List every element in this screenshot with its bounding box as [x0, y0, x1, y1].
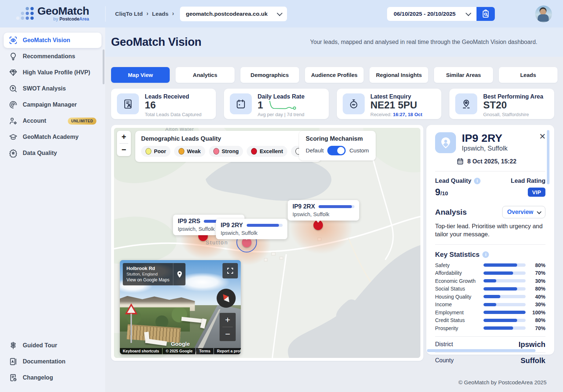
- logo[interactable]: GeoMatch by PostcodeArea: [0, 5, 105, 22]
- strong-dot-icon: [213, 148, 219, 155]
- google-maps-pin-icon[interactable]: [173, 263, 185, 285]
- legend-chip-poor[interactable]: Poor: [141, 146, 170, 157]
- keyboard-shortcuts-link[interactable]: Keyboard shortcuts: [120, 348, 162, 354]
- google-logo: Google: [171, 341, 190, 347]
- lead-place: Ipswich, Suffolk: [462, 145, 508, 152]
- info-icon[interactable]: i: [474, 178, 481, 184]
- map-legend: Demographic Leads Quality Poor Weak Stro…: [135, 131, 321, 162]
- analysis-mode-select[interactable]: Overview: [502, 206, 545, 218]
- panel-horizontal-scrollbar[interactable]: [427, 349, 536, 352]
- report-problem-link[interactable]: Report a problem: [214, 348, 241, 354]
- stat-label: Best Performing Area: [483, 93, 543, 100]
- breadcrumb-section[interactable]: Leads: [152, 11, 169, 17]
- street-view-zoom-out[interactable]: −: [220, 327, 236, 341]
- map-marker-ip9-2rx[interactable]: [313, 220, 323, 230]
- compass-control[interactable]: [217, 289, 236, 308]
- legend-chip-excellent[interactable]: Excellent: [247, 146, 287, 157]
- stat-row-prosperity: Prosperity70%: [435, 325, 545, 331]
- sidebar-item-campaign-manager[interactable]: Campaign Manager: [4, 97, 102, 112]
- fullscreen-icon: [227, 267, 233, 274]
- leads-document-icon: [122, 99, 133, 110]
- marker-tooltip-ip9-2ry[interactable]: IP9 2RY Ipswich, Suffolk: [216, 219, 287, 239]
- lead-datetime: 8 Oct 2025, 15:22: [456, 158, 545, 165]
- chevron-right-icon: ›: [146, 10, 148, 17]
- sidebar-item-recommendations[interactable]: Recommendations: [4, 49, 102, 64]
- fullscreen-button[interactable]: [222, 263, 238, 278]
- view-on-google-maps-link[interactable]: View on Google Maps: [126, 277, 169, 282]
- breadcrumb-company[interactable]: CliqTo Ltd: [115, 11, 143, 17]
- lead-rating-label: Lead Rating: [511, 177, 545, 184]
- sidebar-item-data-quality[interactable]: Data Quality: [4, 145, 102, 161]
- magnifier-cursor-icon: [9, 84, 18, 93]
- unlimited-badge: UNLIMITED: [68, 118, 96, 125]
- stat-row-affordability: Affordability70%: [435, 270, 545, 276]
- page-subtitle: Your leads, mapped and analysed in real …: [310, 39, 537, 45]
- date-range-control: 06/10/2025 - 20/10/2025: [387, 7, 495, 21]
- logo-subtitle: by PostcodeArea: [37, 16, 89, 22]
- stat-value: ST20: [483, 100, 543, 111]
- domain-select[interactable]: geomatch.postcodearea.co.uk: [180, 7, 287, 21]
- panel-vertical-scrollbar[interactable]: [547, 130, 549, 184]
- terms-link[interactable]: Terms: [196, 348, 213, 354]
- map-view[interactable]: Alton Water Stutton + − Demographic Lead…: [114, 128, 420, 358]
- sidebar-scrollbar[interactable]: [103, 49, 104, 84]
- stat-latest-enquiry: Latest Enquiry NE21 5PU Received: 16:27,…: [337, 89, 442, 119]
- pin-star-icon: [461, 99, 472, 110]
- tab-map-view[interactable]: Map View: [111, 67, 170, 83]
- street-view-inset[interactable]: Holbrook Rd Stutton, England View on Goo…: [120, 260, 241, 354]
- vip-badge: VIP: [528, 188, 545, 197]
- marker-tooltip-ip9-2rx[interactable]: IP9 2RX Ipswich, Suffolk: [288, 200, 359, 221]
- trend-sparkline: [268, 100, 297, 111]
- tab-demographics[interactable]: Demographics: [240, 67, 299, 83]
- document-a-icon: [9, 357, 18, 366]
- sidebar-item-swot[interactable]: SWOT Analysis: [4, 81, 102, 96]
- county-value: Suffolk: [520, 356, 545, 365]
- date-range-picker[interactable]: 06/10/2025 - 20/10/2025: [387, 7, 476, 21]
- calendar-icon: [235, 99, 246, 110]
- map-card: Alton Water Stutton + − Demographic Lead…: [111, 125, 423, 361]
- sidebar-item-account[interactable]: Account UNLIMITED: [4, 113, 102, 129]
- stat-label: Leads Received: [145, 93, 202, 100]
- user-gear-icon: [9, 117, 18, 125]
- map-zoom-control: + −: [117, 131, 131, 156]
- info-icon[interactable]: i: [482, 251, 489, 258]
- poor-dot-icon: [146, 148, 151, 155]
- tab-regional-insights[interactable]: Regional Insights: [369, 67, 428, 83]
- tab-bar: Map View Analytics Demographics Audience…: [105, 57, 563, 83]
- sidebar-item-hvp[interactable]: High Value Profile (HVP): [4, 65, 102, 80]
- stat-leads-received: Leads Received 16 Total Leads Data Captu…: [111, 89, 216, 119]
- tab-audience-profiles[interactable]: Audience Profiles: [305, 67, 364, 83]
- changelog-icon: [9, 373, 18, 382]
- graduation-cap-icon: [9, 133, 18, 141]
- analysis-text: Top-tier lead. Prioritise with urgency a…: [435, 222, 545, 238]
- map-zoom-out-button[interactable]: −: [117, 144, 131, 156]
- stat-row-employment: Employment100%: [435, 310, 545, 315]
- scoring-title: Scoring Mechanism: [306, 135, 369, 142]
- scoring-toggle[interactable]: [327, 146, 346, 155]
- chevron-down-icon: [537, 209, 542, 214]
- sidebar-item-documentation[interactable]: Documentation: [4, 354, 102, 369]
- stat-daily-leads-rate: Daily Leads Rate 1 Avg per day | 7d tren…: [224, 89, 329, 119]
- sidebar-item-changelog[interactable]: Changelog: [4, 370, 102, 385]
- lead-quality-label: Lead Quality: [435, 177, 471, 184]
- report-search-button[interactable]: [476, 7, 495, 21]
- sidebar-item-guided-tour[interactable]: Guided Tour: [4, 338, 102, 353]
- tab-similar-areas[interactable]: Similar Areas: [434, 67, 493, 83]
- stopwatch-icon: [348, 99, 359, 110]
- tab-analytics[interactable]: Analytics: [176, 67, 234, 83]
- chevron-right-icon: ›: [172, 10, 174, 17]
- stat-row-housing-quality: Housing Quality40%: [435, 294, 545, 300]
- street-view-zoom-in[interactable]: +: [220, 313, 236, 327]
- tab-leads[interactable]: Leads: [499, 67, 558, 83]
- legend-chip-strong[interactable]: Strong: [209, 146, 243, 157]
- copyright: © GeoMatch by PostcodeArea 2025: [459, 379, 547, 385]
- sidebar-item-academy[interactable]: GeoMatch Academy: [4, 129, 102, 145]
- close-button[interactable]: ✕: [538, 132, 547, 141]
- page-header: GeoMatch Vision Your leads, mapped and a…: [105, 27, 563, 57]
- map-zoom-in-button[interactable]: +: [117, 131, 131, 143]
- legend-chip-weak[interactable]: Weak: [174, 146, 205, 157]
- avatar[interactable]: [535, 5, 552, 22]
- sidebar-item-geomatch-vision[interactable]: GeoMatch Vision: [4, 33, 102, 48]
- stat-sub: Gnosall, Staffordshire: [483, 112, 543, 117]
- street-view-zoom-control: + −: [220, 313, 236, 341]
